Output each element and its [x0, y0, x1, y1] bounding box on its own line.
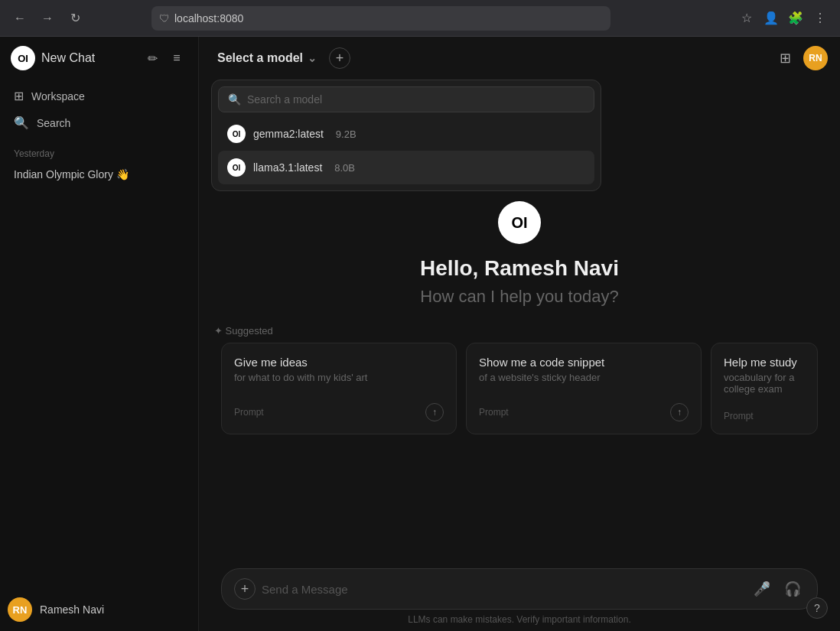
- back-button[interactable]: ←: [9, 8, 31, 29]
- prompt-label-1: Prompt: [479, 407, 509, 418]
- top-bar-right: ⊞ RN: [773, 46, 828, 70]
- suggestion-card-2[interactable]: Help me study vocabulary for a college e…: [711, 343, 818, 434]
- chat-history-item-label: Indian Olympic Glory 👋: [14, 168, 129, 181]
- suggestion-footer-2: Prompt: [724, 405, 805, 421]
- sidebar-footer[interactable]: RN Ramesh Navi: [0, 588, 198, 631]
- suggestion-sub-2: vocabulary for a college exam: [724, 372, 805, 395]
- edit-button[interactable]: ✏: [142, 47, 163, 69]
- headphone-button[interactable]: 🎧: [780, 577, 805, 601]
- bookmark-button[interactable]: ☆: [736, 8, 757, 29]
- section-yesterday: Yesterday: [0, 139, 198, 162]
- profile-button[interactable]: 👤: [760, 8, 782, 29]
- user-avatar-sidebar: RN: [8, 597, 32, 622]
- suggestion-title-0: Give me ideas: [234, 356, 444, 369]
- input-bar-wrapper: + 🎤 🎧 LLMs can make mistakes. Verify imp…: [199, 556, 840, 631]
- chat-logo: OI: [498, 201, 541, 244]
- sidebar-item-search[interactable]: 🔍 Search: [6, 109, 192, 136]
- llama3-name: llama3.1:latest: [253, 161, 322, 174]
- user-name-sidebar: Ramesh Navi: [40, 603, 104, 616]
- dropdown-search-icon: 🔍: [228, 93, 241, 106]
- address-bar: 🛡 localhost:8080: [151, 6, 610, 31]
- model-selector-label: Select a model: [217, 51, 303, 65]
- prompt-label-0: Prompt: [234, 407, 264, 418]
- forward-button[interactable]: →: [37, 8, 58, 29]
- suggestions-row: Give me ideas for what to do with my kid…: [221, 343, 818, 434]
- suggestion-sub-0: for what to do with my kids' art: [234, 372, 444, 383]
- suggestion-footer-1: Prompt ↑: [479, 397, 689, 421]
- menu-button[interactable]: ⋮: [809, 8, 831, 29]
- suggestion-title-2: Help me study: [724, 356, 805, 369]
- sidebar: OI New Chat ✏ ≡ ⊞ Workspace 🔍 Search Yes…: [0, 37, 199, 631]
- sidebar-nav: ⊞ Workspace 🔍 Search: [0, 80, 198, 139]
- model-search-input[interactable]: [247, 93, 584, 106]
- sidebar-header: OI New Chat ✏ ≡: [0, 37, 198, 80]
- gemma2-name: gemma2:latest: [253, 128, 324, 140]
- sidebar-chat-indian-olympic[interactable]: Indian Olympic Glory 👋: [6, 162, 192, 187]
- gemma2-logo: OI: [227, 125, 246, 143]
- sidebar-item-workspace[interactable]: ⊞ Workspace: [6, 83, 192, 109]
- send-icon-0: ↑: [425, 403, 444, 421]
- suggestion-footer-0: Prompt ↑: [234, 397, 444, 421]
- refresh-button[interactable]: ↻: [64, 8, 86, 29]
- suggestion-card-0[interactable]: Give me ideas for what to do with my kid…: [221, 343, 457, 434]
- app-logo: OI: [11, 46, 35, 70]
- chevron-down-icon: ⌄: [308, 52, 317, 64]
- suggestion-card-1[interactable]: Show me a code snippet of a website's st…: [466, 343, 702, 434]
- settings-button[interactable]: ⊞: [773, 46, 797, 70]
- sidebar-header-actions: ✏ ≡: [142, 47, 187, 69]
- model-option-llama3[interactable]: OI llama3.1:latest 8.0B: [218, 151, 594, 184]
- greeting-subtitle: How can I help you today?: [420, 287, 618, 307]
- greeting-title: Hello, Ramesh Navi: [420, 256, 619, 281]
- input-bar: + 🎤 🎧: [221, 568, 818, 610]
- input-add-button[interactable]: +: [234, 578, 256, 600]
- gemma2-size: 9.2B: [336, 128, 357, 140]
- main-content: Select a model ⌄ + ⊞ RN 🔍 OI gemma2:late…: [199, 37, 840, 631]
- browser-actions: ☆ 👤 🧩 ⋮: [736, 8, 831, 29]
- suggested-label: ✦ Suggested: [214, 325, 273, 337]
- suggestion-title-1: Show me a code snippet: [479, 356, 689, 369]
- prompt-label-2: Prompt: [724, 411, 754, 421]
- mic-button[interactable]: 🎤: [750, 577, 774, 601]
- suggestion-sub-1: of a website's sticky header: [479, 372, 689, 383]
- send-icon-1: ↑: [670, 403, 689, 421]
- extensions-button[interactable]: 🧩: [785, 8, 806, 29]
- search-icon: 🔍: [14, 115, 29, 130]
- model-dropdown: 🔍 OI gemma2:latest 9.2B OI llama3.1:late…: [211, 80, 601, 191]
- message-input[interactable]: [262, 583, 744, 596]
- top-bar: Select a model ⌄ + ⊞ RN: [199, 37, 840, 80]
- add-model-button[interactable]: +: [329, 47, 350, 69]
- security-icon: 🛡: [159, 12, 170, 24]
- browser-chrome: ← → ↻ 🛡 localhost:8080 ☆ 👤 🧩 ⋮: [0, 0, 840, 37]
- user-avatar-button[interactable]: RN: [803, 46, 828, 70]
- disclaimer: LLMs can make mistakes. Verify important…: [408, 614, 630, 625]
- dropdown-search-container: 🔍: [218, 86, 594, 112]
- help-button[interactable]: ?: [806, 597, 828, 619]
- search-label: Search: [37, 117, 70, 129]
- app-layout: OI New Chat ✏ ≡ ⊞ Workspace 🔍 Search Yes…: [0, 37, 840, 631]
- workspace-icon: ⊞: [14, 89, 24, 103]
- workspace-label: Workspace: [31, 90, 85, 102]
- model-selector-button[interactable]: Select a model ⌄: [211, 48, 323, 68]
- new-chat-label: New Chat: [41, 51, 135, 65]
- menu-icon-button[interactable]: ≡: [166, 47, 187, 69]
- model-option-gemma2[interactable]: OI gemma2:latest 9.2B: [218, 117, 594, 151]
- url-text: localhost:8080: [174, 12, 243, 24]
- llama3-size: 8.0B: [334, 162, 355, 174]
- llama3-logo: OI: [227, 158, 246, 177]
